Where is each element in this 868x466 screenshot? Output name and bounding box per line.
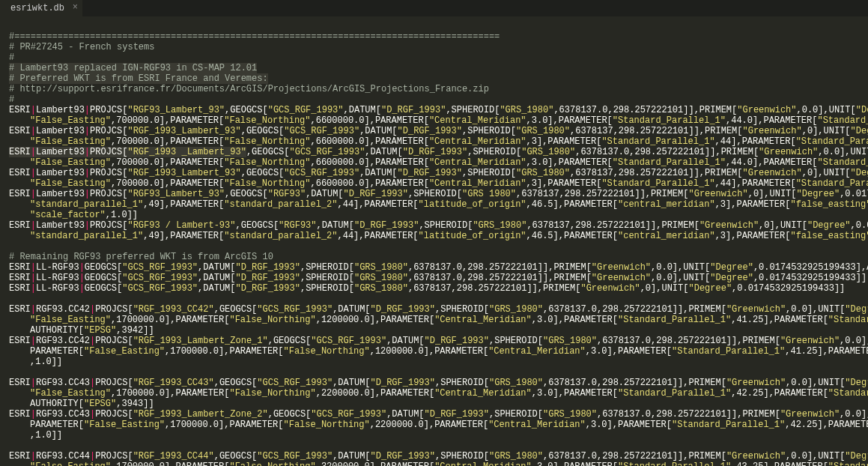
code-line: ESRI|LL-RGF93|GEOGCS["GCS_RGF_1993",DATU… <box>9 273 859 283</box>
code-line: AUTHORITY["EPSG",3942]] <box>9 325 859 336</box>
code-line: ESRI|LL-RGF93|GEOGCS["GCS_RGF_1993",DATU… <box>9 262 859 273</box>
code-line: PARAMETER["False_Easting",1700000.0],PAR… <box>9 346 859 357</box>
code-line: "standard_parallel_1",49],PARAMETER["sta… <box>9 231 859 241</box>
comment-line: # Preferred WKT is from ESRI France and … <box>9 73 859 84</box>
code-line: ESRI|RGF93.CC44|PROJCS["RGF_1993_CC44",G… <box>9 451 859 462</box>
close-icon[interactable]: × <box>73 2 78 13</box>
code-line: "False_Easting",1700000.0],PARAMETER["Fa… <box>9 315 859 325</box>
comment-line: # PR#27245 - French systems <box>9 42 859 52</box>
code-line: ESRI|RGF93.CC43|PROJCS["RGF_1993_Lambert… <box>9 409 859 420</box>
code-line: ESRI|Lambert93|PROJCS["RGF93_Lambert_93"… <box>9 105 859 115</box>
code-line: ESRI|Lambert93|PROJCS["RGF93_Lambert_93"… <box>9 189 859 199</box>
tab-bar: esriwkt.db × <box>0 0 868 16</box>
code-line: "standard_parallel_1",49],PARAMETER["sta… <box>9 199 859 210</box>
code-line: "False_Easting",1700000.0],PARAMETER["Fa… <box>9 462 859 466</box>
comment-line: # <box>9 94 859 105</box>
code-line: ESRI|Lambert93|PROJCS["RGF_1993_Lambert_… <box>9 126 859 136</box>
code-line: ESRI|Lambert93|PROJCS["RGF93 / Lambert-9… <box>9 220 859 231</box>
editor-content[interactable]: #=======================================… <box>0 16 868 466</box>
code-line: "False_Easting",700000.0],PARAMETER["Fal… <box>9 115 859 126</box>
code-line: "False_Easting",700000.0],PARAMETER["Fal… <box>9 157 859 168</box>
comment-line: # Lambert93 replaced IGN-RGF93 in CS-MAP… <box>9 63 859 73</box>
comment-line: # <box>9 52 859 63</box>
code-line: ,1.0]] <box>9 357 859 367</box>
code-line: ,1.0]] <box>9 430 859 441</box>
code-line: "False_Easting",1700000.0],PARAMETER["Fa… <box>9 388 859 399</box>
code-line: ESRI|RGF93.CC43|PROJCS["RGF_1993_CC43",G… <box>9 378 859 388</box>
comment-line: # Remaining RGF93 preferred WKT is from … <box>9 252 859 262</box>
code-line: ESRI|RGF93.CC42|PROJCS["RGF_1993_CC42",G… <box>9 304 859 315</box>
code-line: "False_Easting",700000.0],PARAMETER["Fal… <box>9 178 859 189</box>
code-line: "scale_factor",1.0]] <box>9 210 859 220</box>
code-line: ESRI|LL-RGF93|GEOGCS["GCS_RGF_1993",DATU… <box>9 283 859 294</box>
code-line: ESRI|Lambert93|PROJCS["RGF_1993 _Lambert… <box>9 147 859 157</box>
comment-line: #=======================================… <box>9 31 859 42</box>
tab-filename: esriwkt.db <box>10 3 64 13</box>
file-tab[interactable]: esriwkt.db × <box>0 0 82 16</box>
code-line: AUTHORITY["EPSG",3943]] <box>9 399 859 409</box>
comment-line: # http://support.esrifrance.fr/Documents… <box>9 84 859 94</box>
code-line: "False_Easting",700000.0],PARAMETER["Fal… <box>9 136 859 147</box>
code-line: ESRI|Lambert93|PROJCS["RGF_1993_Lambert_… <box>9 168 859 178</box>
code-line: ESRI|RGF93.CC42|PROJCS["RGF_1993_Lambert… <box>9 336 859 346</box>
code-line: PARAMETER["False_Easting",1700000.0],PAR… <box>9 420 859 430</box>
